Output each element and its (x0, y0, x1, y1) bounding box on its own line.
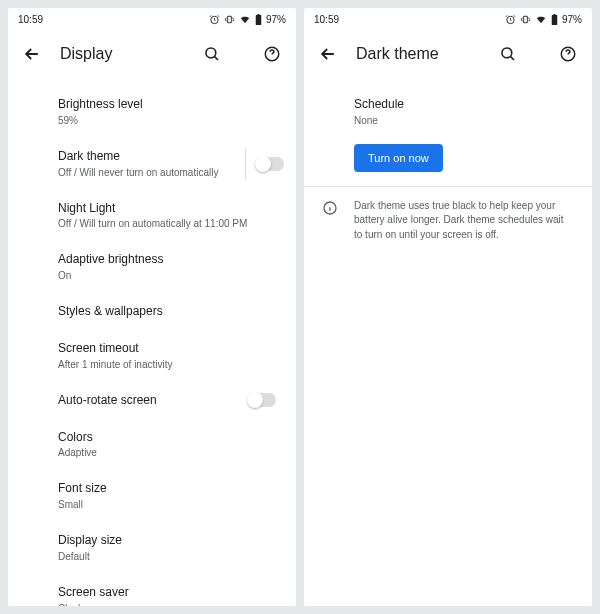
auto-rotate-toggle[interactable] (248, 393, 276, 407)
status-bar: 10:59 97% (304, 8, 592, 30)
page-title: Dark theme (356, 45, 480, 63)
setting-screen-timeout[interactable]: Screen timeout After 1 minute of inactiv… (8, 330, 296, 382)
status-time: 10:59 (314, 14, 339, 25)
svg-rect-2 (257, 14, 259, 15)
alarm-icon (505, 14, 516, 25)
dark-theme-toggle[interactable] (256, 157, 284, 171)
svg-rect-6 (552, 15, 558, 25)
setting-brightness-level[interactable]: Brightness level 59% (8, 86, 296, 138)
setting-styles-wallpapers[interactable]: Styles & wallpapers (8, 293, 296, 330)
wifi-icon (535, 14, 547, 25)
setting-colors[interactable]: Colors Adaptive (8, 419, 296, 471)
help-button[interactable] (556, 42, 580, 66)
search-icon (499, 45, 517, 63)
setting-screen-saver[interactable]: Screen saver Clock (8, 574, 296, 606)
arrow-left-icon (22, 44, 42, 64)
app-bar: Dark theme (304, 30, 592, 78)
setting-auto-rotate[interactable]: Auto-rotate screen (8, 382, 296, 419)
phone-dark-theme-settings: 10:59 97% Dark theme Schedule None Turn … (304, 8, 592, 606)
search-icon (203, 45, 221, 63)
setting-adaptive-brightness[interactable]: Adaptive brightness On (8, 241, 296, 293)
arrow-left-icon (318, 44, 338, 64)
vibrate-icon (224, 14, 235, 25)
vibrate-icon (520, 14, 531, 25)
status-icons: 97% (209, 14, 286, 25)
alarm-icon (209, 14, 220, 25)
setting-display-size[interactable]: Display size Default (8, 522, 296, 574)
schedule-row[interactable]: Schedule None (304, 86, 592, 138)
battery-icon (551, 14, 558, 25)
svg-rect-1 (256, 15, 262, 25)
dark-theme-content: Schedule None Turn on now Dark theme use… (304, 78, 592, 606)
status-bar: 10:59 97% (8, 8, 296, 30)
phone-display-settings: 10:59 97% Display Brightness level 59% (8, 8, 296, 606)
battery-percent: 97% (266, 14, 286, 25)
info-icon (322, 200, 338, 216)
help-icon (559, 45, 577, 63)
info-row: Dark theme uses true black to help keep … (304, 187, 592, 255)
setting-night-light[interactable]: Night Light Off / Will turn on automatic… (8, 190, 296, 242)
help-icon (263, 45, 281, 63)
svg-point-8 (502, 48, 512, 58)
setting-dark-theme[interactable]: Dark theme Off / Will never turn on auto… (8, 138, 296, 190)
back-button[interactable] (20, 42, 44, 66)
setting-font-size[interactable]: Font size Small (8, 470, 296, 522)
search-button[interactable] (200, 42, 224, 66)
battery-percent: 97% (562, 14, 582, 25)
svg-point-3 (206, 48, 216, 58)
page-title: Display (60, 45, 184, 63)
app-bar: Display (8, 30, 296, 78)
settings-list[interactable]: Brightness level 59% Dark theme Off / Wi… (8, 78, 296, 606)
back-button[interactable] (316, 42, 340, 66)
info-text: Dark theme uses true black to help keep … (354, 199, 572, 243)
wifi-icon (239, 14, 251, 25)
battery-icon (255, 14, 262, 25)
search-button[interactable] (496, 42, 520, 66)
status-icons: 97% (505, 14, 582, 25)
turn-on-now-button[interactable]: Turn on now (354, 144, 443, 172)
help-button[interactable] (260, 42, 284, 66)
svg-rect-7 (553, 14, 555, 15)
status-time: 10:59 (18, 14, 43, 25)
